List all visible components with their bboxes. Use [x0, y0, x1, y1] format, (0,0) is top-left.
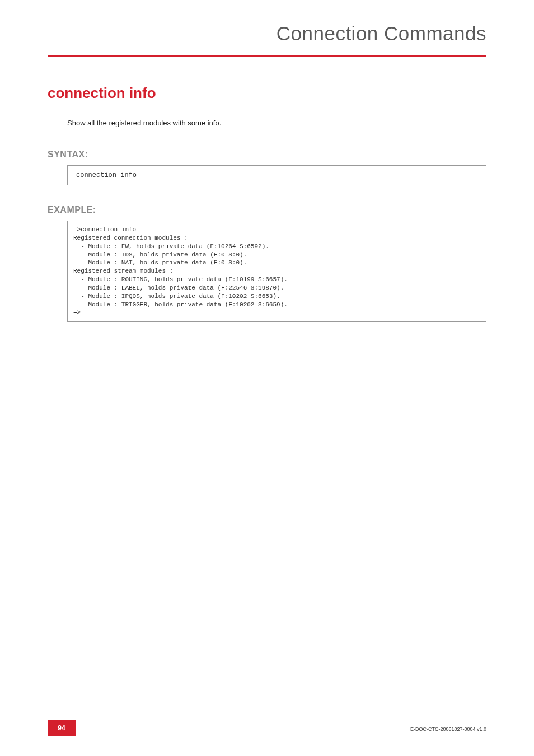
document-id: E-DOC-CTC-20061027-0004 v1.0 — [410, 726, 486, 732]
syntax-box: connection info — [67, 165, 486, 185]
page-header: Connection Commands — [48, 22, 486, 57]
syntax-label: SYNTAX: — [48, 150, 486, 160]
section-description: Show all the registered modules with som… — [67, 119, 486, 127]
chapter-title: Connection Commands — [48, 22, 486, 45]
page-number: 94 — [48, 720, 76, 736]
section-title: connection info — [48, 85, 486, 102]
document-page: Connection Commands connection info Show… — [0, 0, 534, 756]
example-box: =>connection info Registered connection … — [67, 221, 486, 322]
example-label: EXAMPLE: — [48, 205, 486, 215]
page-footer: 94 E-DOC-CTC-20061027-0004 v1.0 — [0, 720, 534, 736]
